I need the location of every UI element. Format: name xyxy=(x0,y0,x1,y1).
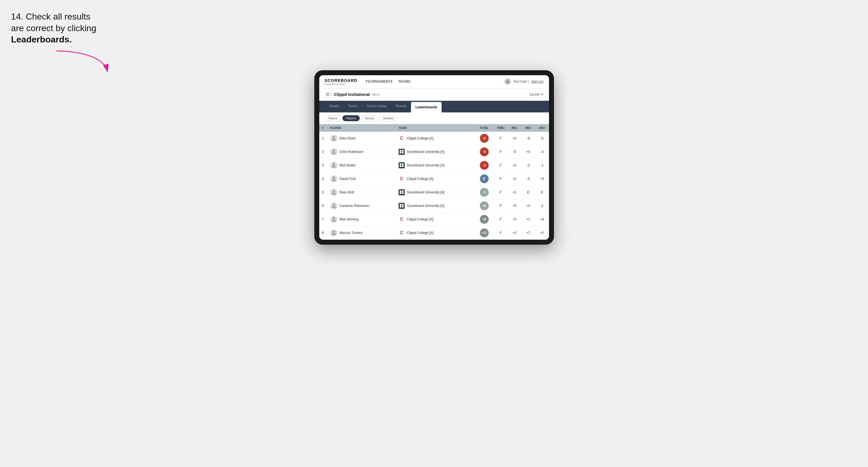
team-logo xyxy=(399,189,405,195)
player-name: Chris Robertson xyxy=(340,150,364,154)
col-player: PLAYER xyxy=(328,124,396,132)
team-name: Scoreboard University [A] xyxy=(407,204,444,208)
thru-cell: F xyxy=(494,172,508,185)
player-avatar xyxy=(330,216,337,223)
rank-cell: 8 xyxy=(319,226,328,240)
filter-strokes[interactable]: Strokes xyxy=(380,115,397,121)
team-cell: Scoreboard University [A] xyxy=(396,158,474,172)
instruction-line1: 14. Check all results xyxy=(11,11,90,22)
tab-teams[interactable]: Teams xyxy=(343,101,362,113)
team-logo xyxy=(399,162,405,168)
tab-details[interactable]: Details xyxy=(325,101,344,113)
signout-link[interactable]: Sign out xyxy=(531,80,543,84)
team-cell: CClippd College [A] xyxy=(396,172,474,185)
instruction-line2: are correct by clicking xyxy=(11,23,96,33)
tab-course-setup[interactable]: Course Setup xyxy=(362,101,391,113)
rd1-cell: +1 xyxy=(508,185,522,199)
rank-cell: 3 xyxy=(319,158,328,172)
leaderboard-table: # PLAYER TEAM TOTAL THRU RD1 RD2 RD3 1 E… xyxy=(319,124,549,240)
svg-point-1 xyxy=(507,80,508,82)
rd2-cell: -6 xyxy=(522,132,535,145)
score-badge: -8 xyxy=(480,134,489,143)
rd1-cell: +3 xyxy=(508,132,522,145)
player-cell: Cameron Robertson xyxy=(328,199,396,212)
col-thru: THRU xyxy=(494,124,508,132)
team-name: Clippd College [A] xyxy=(407,177,433,181)
svg-point-6 xyxy=(333,190,335,193)
team-logo: C xyxy=(399,176,405,182)
nav-teams[interactable]: TEAMS xyxy=(398,79,410,85)
nav-links: TOURNAMENTS TEAMS xyxy=(366,79,504,85)
rd1-cell: +5 xyxy=(508,199,522,212)
rank-cell: 7 xyxy=(319,212,328,226)
logo-area: SCOREBOARD Powered by clippd xyxy=(325,78,357,85)
filter-players[interactable]: Players xyxy=(342,115,360,121)
total-cell: E xyxy=(475,172,494,185)
rank-cell: 1 xyxy=(319,132,328,145)
user-avatar xyxy=(504,78,511,85)
total-cell: +6 xyxy=(475,199,494,212)
nav-tournaments[interactable]: TOURNAMENTS xyxy=(366,79,393,85)
table-row: 5 Rees Britt Scoreboard University [A]+1… xyxy=(319,185,549,199)
rd3-cell: -1 xyxy=(535,199,549,212)
col-rd3: RD3 xyxy=(535,124,549,132)
col-total: TOTAL xyxy=(475,124,494,132)
filter-scores[interactable]: Scores xyxy=(362,115,378,121)
logo-text: SCOREBOARD xyxy=(325,78,357,83)
table-row: 4 David Ford CClippd College [A]EF+1-4+3 xyxy=(319,172,549,185)
rd3-cell: +3 xyxy=(535,172,549,185)
rd3-cell: E xyxy=(535,185,549,199)
total-cell: +9 xyxy=(475,212,494,226)
col-rd2: RD2 xyxy=(522,124,535,132)
score-badge: +11 xyxy=(480,228,489,237)
player-name: Rich Butler xyxy=(340,163,356,167)
thru-cell: F xyxy=(494,185,508,199)
player-cell: Rich Butler xyxy=(328,158,396,172)
player-avatar xyxy=(330,202,337,209)
rd2-cell: -4 xyxy=(522,172,535,185)
player-cell: Rees Britt xyxy=(328,185,396,199)
rd1-cell: +2 xyxy=(508,226,522,240)
table-row: 6 Cameron Robertson Scoreboard Universit… xyxy=(319,199,549,212)
player-avatar xyxy=(330,162,337,169)
score-badge: +6 xyxy=(480,201,489,210)
svg-point-8 xyxy=(333,217,335,220)
player-avatar xyxy=(330,189,337,196)
team-name: Scoreboard University [A] xyxy=(407,190,444,194)
score-badge: -4 xyxy=(480,147,489,156)
tab-leaderboards[interactable]: Leaderboards xyxy=(411,102,441,113)
team-logo xyxy=(399,149,405,155)
instruction-line3: Leaderboards. xyxy=(11,34,72,44)
player-cell: Marcus Turners xyxy=(328,226,396,240)
user-label: Test User | xyxy=(513,80,529,84)
svg-point-4 xyxy=(333,163,335,165)
thru-cell: F xyxy=(494,158,508,172)
col-team: TEAM xyxy=(396,124,474,132)
thru-cell: F xyxy=(494,132,508,145)
tab-results[interactable]: Results xyxy=(391,101,411,113)
tab-nav: Details Teams Course Setup Results Leade… xyxy=(319,101,549,113)
tournament-title: Clippd Invitational xyxy=(334,92,370,97)
cancel-button[interactable]: Cancel ✕ xyxy=(529,93,543,96)
rank-cell: 4 xyxy=(319,172,328,185)
player-name: Elliot Ebert xyxy=(340,136,355,140)
arrow-annotation xyxy=(54,48,114,76)
team-name: Clippd College [A] xyxy=(407,136,433,140)
team-logo xyxy=(399,203,405,209)
col-rank: # xyxy=(319,124,328,132)
svg-point-7 xyxy=(333,204,335,206)
close-icon: ✕ xyxy=(541,93,544,96)
player-cell: Elliot Ebert xyxy=(328,132,396,145)
team-name: Scoreboard University [A] xyxy=(407,150,444,154)
tablet-screen: SCOREBOARD Powered by clippd TOURNAMENTS… xyxy=(319,75,549,240)
filter-teams[interactable]: Teams xyxy=(325,115,341,121)
team-logo: C xyxy=(399,216,405,222)
rd3-cell: +2 xyxy=(535,226,549,240)
svg-point-9 xyxy=(333,230,335,233)
team-name: Clippd College [A] xyxy=(407,217,433,221)
player-avatar xyxy=(330,229,337,237)
svg-point-2 xyxy=(333,136,335,138)
svg-point-3 xyxy=(333,150,335,152)
col-rd1: RD1 xyxy=(508,124,522,132)
team-logo: C xyxy=(399,230,405,236)
